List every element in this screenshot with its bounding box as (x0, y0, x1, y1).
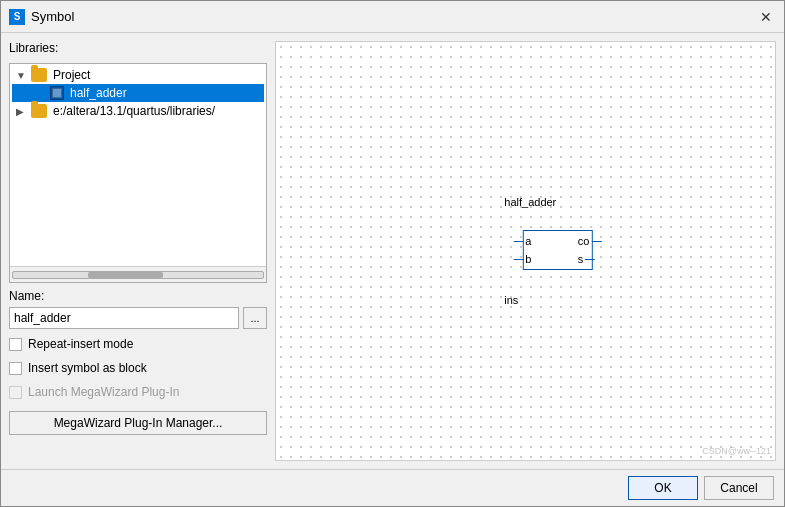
megawizard-button[interactable]: MegaWizard Plug-In Manager... (9, 411, 267, 435)
port-line-co (591, 241, 601, 242)
tree-item-altera-libs[interactable]: ▶ e:/altera/13.1/quartus/libraries/ (12, 102, 264, 120)
scrollbar-track[interactable] (12, 271, 264, 279)
launch-megawizard-checkbox (9, 386, 22, 399)
launch-megawizard-row: Launch MegaWizard Plug-In (9, 383, 267, 401)
expand-arrow-altera: ▶ (16, 106, 28, 117)
repeat-insert-label: Repeat-insert mode (28, 337, 133, 351)
libraries-section: Libraries: (9, 41, 267, 57)
tree-label-half-adder: half_adder (70, 86, 127, 100)
libraries-label: Libraries: (9, 41, 267, 55)
launch-megawizard-label: Launch MegaWizard Plug-In (28, 385, 179, 399)
tree-item-half-adder[interactable]: half_adder (12, 84, 264, 102)
tree-label-project: Project (53, 68, 90, 82)
symbol-preview: half_adder a b (504, 212, 610, 290)
chip-icon-half-adder (50, 86, 64, 100)
instance-label: ins (504, 294, 518, 306)
repeat-insert-checkbox[interactable] (9, 338, 22, 351)
ok-button[interactable]: OK (628, 476, 698, 500)
insert-as-block-row[interactable]: Insert symbol as block (9, 359, 267, 377)
folder-icon-project (31, 68, 47, 82)
port-line-s (585, 259, 595, 260)
insert-as-block-label: Insert symbol as block (28, 361, 147, 375)
expand-arrow-project: ▼ (16, 70, 28, 81)
port-line-b (513, 259, 523, 260)
tree-content: ▼ Project half_adder ▶ (10, 64, 266, 266)
name-section: Name: ... (9, 289, 267, 329)
dialog-body: Libraries: ▼ Project half_ (1, 33, 784, 469)
name-input[interactable] (9, 307, 239, 329)
tree-scrollbar[interactable] (10, 266, 266, 282)
symbol-box: a b co (522, 230, 592, 270)
port-co-label: co (578, 235, 590, 247)
browse-button[interactable]: ... (243, 307, 267, 329)
title-bar: S Symbol ✕ (1, 1, 784, 33)
tree-label-altera: e:/altera/13.1/quartus/libraries/ (53, 104, 215, 118)
cancel-button[interactable]: Cancel (704, 476, 774, 500)
port-co: co (578, 235, 584, 247)
folder-icon-altera (31, 104, 47, 118)
tree-item-project[interactable]: ▼ Project (12, 66, 264, 84)
port-s: s (578, 253, 584, 265)
title-bar-left: S Symbol (9, 9, 74, 25)
left-panel: Libraries: ▼ Project half_ (9, 41, 267, 461)
dialog-title: Symbol (31, 9, 74, 24)
dialog-icon: S (9, 9, 25, 25)
port-s-label: s (578, 253, 584, 265)
scrollbar-thumb[interactable] (88, 272, 163, 278)
port-line-a (513, 241, 523, 242)
port-right-group: co s (578, 235, 584, 265)
insert-as-block-checkbox[interactable] (9, 362, 22, 375)
repeat-insert-row[interactable]: Repeat-insert mode (9, 335, 267, 353)
name-label: Name: (9, 289, 267, 303)
symbol-dialog: S Symbol ✕ Libraries: ▼ Project (0, 0, 785, 507)
name-input-row: ... (9, 307, 267, 329)
dialog-footer: OK Cancel (1, 469, 784, 506)
tree-view[interactable]: ▼ Project half_adder ▶ (9, 63, 267, 283)
port-b-label: b (525, 253, 531, 265)
watermark: CSDN@ww--121 (702, 446, 771, 456)
symbol-name-label: half_adder (504, 196, 556, 208)
close-button[interactable]: ✕ (756, 7, 776, 27)
port-a-label: a (525, 235, 531, 247)
symbol-ports: a b co (531, 235, 583, 265)
preview-panel: half_adder a b (275, 41, 776, 461)
